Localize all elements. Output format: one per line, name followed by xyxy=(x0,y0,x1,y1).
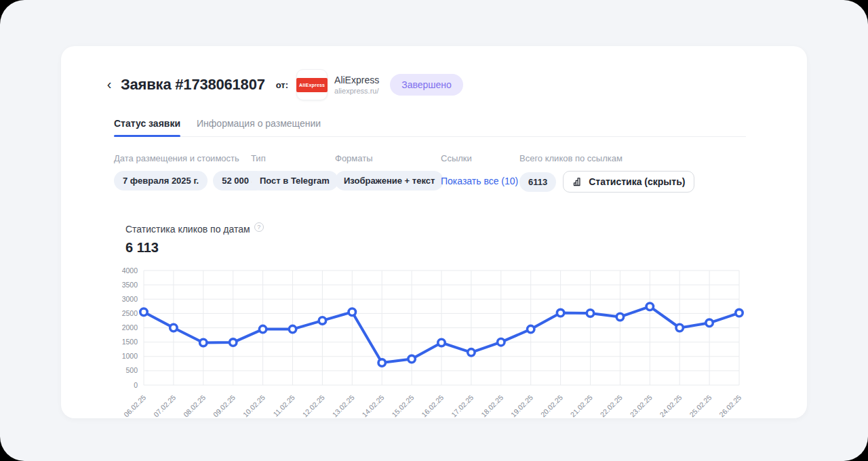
y-tick-label: 1500 xyxy=(122,338,138,346)
data-point[interactable] xyxy=(587,310,593,317)
data-point[interactable] xyxy=(498,338,505,345)
field-label: Дата размещения и стоимость xyxy=(114,153,251,163)
tab-request-status[interactable]: Статус заявки xyxy=(114,118,180,136)
x-tick-label: 26.02.25 xyxy=(717,393,743,418)
data-point[interactable] xyxy=(378,359,385,366)
field-label: Ссылки xyxy=(441,153,519,163)
y-tick-label: 2500 xyxy=(122,309,138,317)
x-tick-label: 13.02.25 xyxy=(330,393,355,418)
data-point[interactable] xyxy=(616,313,623,320)
app-background: ‹ Заявка #1738061807 от: AliExpress AliE… xyxy=(0,0,868,461)
x-tick-label: 10.02.25 xyxy=(241,393,267,418)
date-chip: 7 февраля 2025 г. xyxy=(114,171,208,191)
back-icon[interactable]: ‹ xyxy=(102,77,117,93)
field-date-cost: Дата размещения и стоимость 7 февраля 20… xyxy=(114,153,251,193)
x-tick-label: 20.02.25 xyxy=(539,393,564,418)
data-point[interactable] xyxy=(319,317,326,324)
line-chart: 06.02.2507.02.2508.02.2509.02.2510.02.25… xyxy=(119,265,807,427)
x-tick-label: 09.02.25 xyxy=(212,393,237,418)
data-point[interactable] xyxy=(646,303,653,310)
x-tick-label: 06.02.25 xyxy=(122,393,147,418)
aliexpress-logo-icon: AliExpress xyxy=(296,78,328,92)
tab-placement-info[interactable]: Информация о размещении xyxy=(197,118,321,136)
help-icon[interactable]: ? xyxy=(254,222,264,232)
data-point[interactable] xyxy=(230,339,237,346)
field-label: Всего кликов по ссылкам xyxy=(519,153,807,163)
stage: ‹ Заявка #1738061807 от: AliExpress AliE… xyxy=(0,0,868,461)
data-point[interactable] xyxy=(170,324,177,331)
field-label: Форматы xyxy=(335,153,441,163)
advertiser-url: aliexpress.ru/ xyxy=(334,87,379,95)
bar-chart-icon xyxy=(572,176,583,187)
data-point[interactable] xyxy=(706,319,713,326)
data-point[interactable] xyxy=(259,325,266,332)
from-label: от: xyxy=(276,80,288,90)
advertiser-info: AliExpress aliexpress.ru/ xyxy=(334,75,379,95)
x-tick-label: 08.02.25 xyxy=(182,393,207,418)
header: ‹ Заявка #1738061807 от: AliExpress AliE… xyxy=(102,69,807,100)
data-point[interactable] xyxy=(468,349,475,356)
format-chip: Изображение + текст xyxy=(335,171,443,191)
data-point[interactable] xyxy=(140,308,147,315)
x-tick-label: 07.02.25 xyxy=(152,393,177,418)
y-tick-label: 500 xyxy=(125,366,138,374)
data-point[interactable] xyxy=(349,308,355,315)
statistics-toggle-button[interactable]: Статистика (скрыть) xyxy=(563,171,694,193)
field-type: Тип Пост в Telegram xyxy=(251,153,335,193)
advertiser-logo: AliExpress xyxy=(296,69,328,100)
chart-title: Статистика кликов по датам xyxy=(125,224,250,235)
y-tick-label: 3000 xyxy=(122,295,138,303)
field-label: Тип xyxy=(251,153,335,163)
field-total-clicks: Всего кликов по ссылкам 6113 Статистика … xyxy=(519,153,807,193)
y-tick-label: 2000 xyxy=(122,323,138,332)
y-tick-label: 1000 xyxy=(122,352,138,360)
field-links: Ссылки Показать все (10) xyxy=(441,153,519,193)
show-all-links[interactable]: Показать все (10) xyxy=(441,171,518,191)
x-tick-label: 23.02.25 xyxy=(628,393,653,418)
total-clicks-chip: 6113 xyxy=(519,172,556,192)
x-tick-label: 12.02.25 xyxy=(300,393,326,418)
data-point[interactable] xyxy=(557,309,564,316)
x-tick-label: 15.02.25 xyxy=(390,393,415,418)
data-point[interactable] xyxy=(528,325,534,332)
x-tick-label: 22.02.25 xyxy=(598,393,623,418)
fields-row: Дата размещения и стоимость 7 февраля 20… xyxy=(114,153,807,193)
x-tick-label: 19.02.25 xyxy=(509,393,534,418)
tab-bar: Статус заявки Информация о размещении xyxy=(114,118,746,137)
x-tick-label: 24.02.25 xyxy=(658,393,683,418)
field-formats: Форматы Изображение + текст xyxy=(335,153,441,193)
page-title: Заявка #1738061807 xyxy=(121,76,265,94)
statistics-button-label: Статистика (скрыть) xyxy=(589,176,685,187)
request-card: ‹ Заявка #1738061807 от: AliExpress AliE… xyxy=(61,46,807,418)
x-tick-label: 16.02.25 xyxy=(420,393,445,418)
x-tick-label: 25.02.25 xyxy=(688,393,713,418)
status-badge: Завершено xyxy=(390,74,463,96)
x-tick-label: 17.02.25 xyxy=(450,393,475,418)
x-tick-label: 21.02.25 xyxy=(569,393,594,418)
x-tick-label: 18.02.25 xyxy=(479,393,505,418)
y-tick-label: 0 xyxy=(134,381,138,389)
data-point[interactable] xyxy=(676,324,683,331)
data-point[interactable] xyxy=(408,355,415,362)
data-point[interactable] xyxy=(200,339,207,346)
advertiser-name: AliExpress xyxy=(334,75,379,85)
x-tick-label: 11.02.25 xyxy=(271,393,296,418)
data-point[interactable] xyxy=(736,309,743,316)
data-point[interactable] xyxy=(289,325,296,332)
y-tick-label: 3500 xyxy=(122,281,138,289)
clicks-line-chart: 06.02.2507.02.2508.02.2509.02.2510.02.25… xyxy=(119,265,746,424)
y-tick-label: 4000 xyxy=(122,266,138,275)
x-tick-label: 14.02.25 xyxy=(360,393,385,418)
type-chip: Пост в Telegram xyxy=(251,171,338,191)
chart-section: Статистика кликов по датам ? 6 113 06.02… xyxy=(125,224,807,427)
chart-total-value: 6 113 xyxy=(125,240,807,256)
data-point[interactable] xyxy=(438,339,445,346)
